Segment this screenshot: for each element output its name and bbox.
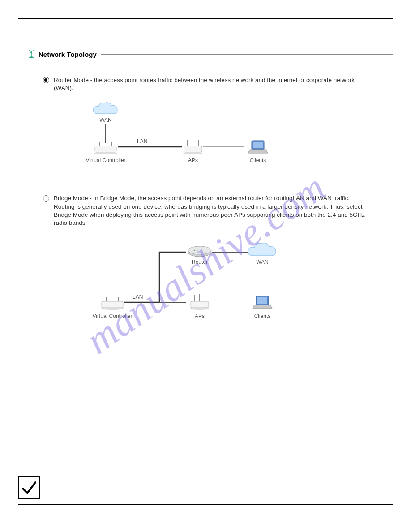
option-router-mode: Router Mode - the access point routes tr…	[43, 76, 371, 181]
svg-point-13	[183, 152, 203, 154]
label-lan: LAN	[137, 138, 147, 145]
header-divider-line	[101, 54, 393, 55]
svg-rect-16	[253, 142, 263, 148]
diagram-bridge-mode: Router WAN LAN	[65, 235, 371, 334]
radio-bridge-mode[interactable]	[43, 195, 49, 202]
svg-point-19	[194, 250, 195, 251]
footer-rule-bottom	[18, 504, 393, 505]
svg-point-2	[29, 56, 34, 58]
antenna-icon	[28, 50, 35, 58]
label-wan2: WAN	[256, 259, 269, 265]
option-bridge-mode: Bridge Mode - In Bridge Mode, the access…	[43, 194, 371, 334]
page-footer-area	[18, 468, 393, 505]
label-vc2: Virtual Controller	[92, 313, 132, 319]
svg-point-34	[190, 307, 210, 310]
svg-point-20	[197, 250, 198, 251]
option-bridge-text: Bridge Mode - In Bridge Mode, the access…	[54, 194, 371, 227]
label-lan2: LAN	[133, 294, 143, 300]
note-checkmark-box	[18, 476, 40, 499]
label-clients: Clients	[250, 157, 266, 163]
section-title: Network Topology	[39, 51, 97, 58]
label-clients2: Clients	[254, 313, 271, 319]
label-wan: WAN	[99, 117, 112, 123]
checkmark-icon	[21, 480, 37, 496]
svg-rect-12	[184, 146, 202, 152]
svg-rect-33	[191, 301, 209, 308]
radio-router-mode[interactable]	[43, 77, 49, 83]
svg-point-29	[101, 307, 124, 310]
label-vc: Virtual Controller	[86, 157, 125, 163]
svg-rect-28	[102, 301, 123, 308]
label-router: Router	[192, 259, 208, 265]
svg-point-18	[188, 246, 211, 254]
svg-rect-6	[95, 146, 116, 152]
label-aps: APs	[188, 157, 198, 163]
section-header: Network Topology	[28, 50, 393, 58]
svg-rect-36	[257, 297, 267, 304]
label-aps2: APs	[195, 313, 205, 319]
svg-point-0	[30, 51, 32, 53]
option-router-text: Router Mode - the access point routes tr…	[54, 76, 371, 92]
svg-point-7	[94, 152, 117, 154]
diagram-router-mode: WAN Virtual Controller LAN	[65, 100, 371, 181]
footer-rule-top	[18, 468, 393, 468]
top-horizontal-rule	[18, 18, 393, 19]
